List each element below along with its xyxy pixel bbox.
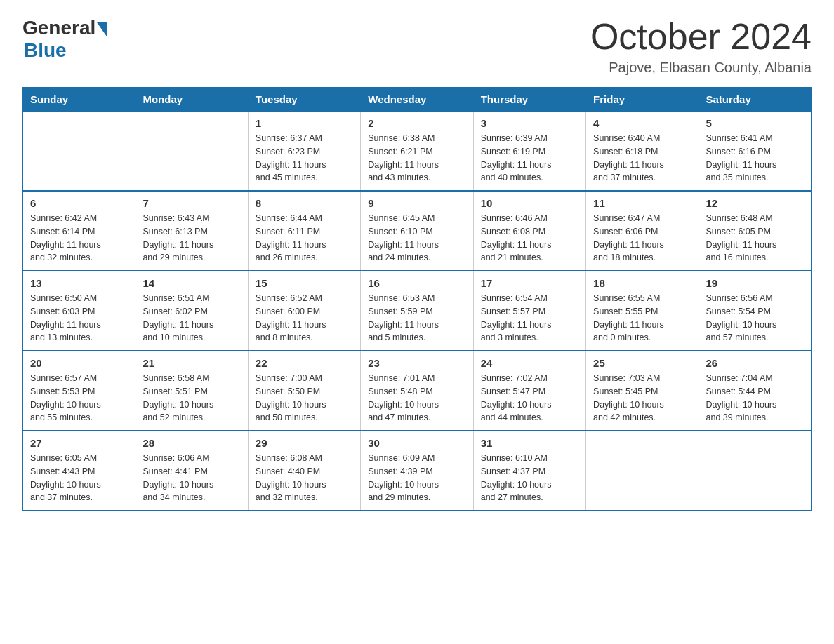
day-cell: 9Sunrise: 6:45 AM Sunset: 6:10 PM Daylig… [361,191,473,271]
day-cell: 16Sunrise: 6:53 AM Sunset: 5:59 PM Dayli… [361,271,473,351]
day-cell: 14Sunrise: 6:51 AM Sunset: 6:02 PM Dayli… [135,271,248,351]
calendar-header-row: SundayMondayTuesdayWednesdayThursdayFrid… [23,88,812,112]
day-number: 24 [481,357,578,369]
day-number: 21 [143,357,240,369]
week-row-3: 13Sunrise: 6:50 AM Sunset: 6:03 PM Dayli… [23,271,812,351]
week-row-1: 1Sunrise: 6:37 AM Sunset: 6:23 PM Daylig… [23,112,812,192]
day-cell [586,431,699,511]
day-info: Sunrise: 6:39 AM Sunset: 6:19 PM Dayligh… [481,132,578,185]
logo-blue: Blue [22,39,107,62]
day-cell: 30Sunrise: 6:09 AM Sunset: 4:39 PM Dayli… [361,431,473,511]
day-info: Sunrise: 6:06 AM Sunset: 4:41 PM Dayligh… [143,452,240,504]
column-header-wednesday: Wednesday [361,88,473,112]
day-cell: 12Sunrise: 6:48 AM Sunset: 6:05 PM Dayli… [699,191,811,271]
page-header: General Blue October 2024 Pajove, Elbasa… [22,17,812,76]
day-info: Sunrise: 6:40 AM Sunset: 6:18 PM Dayligh… [593,132,691,185]
day-number: 8 [256,197,353,209]
day-info: Sunrise: 6:50 AM Sunset: 6:03 PM Dayligh… [30,292,128,344]
week-row-5: 27Sunrise: 6:05 AM Sunset: 4:43 PM Dayli… [23,431,812,511]
day-number: 29 [256,437,353,449]
day-info: Sunrise: 6:51 AM Sunset: 6:02 PM Dayligh… [143,292,240,344]
day-info: Sunrise: 6:37 AM Sunset: 6:23 PM Dayligh… [256,132,353,185]
day-cell: 26Sunrise: 7:04 AM Sunset: 5:44 PM Dayli… [699,351,811,431]
day-cell [23,112,135,192]
day-info: Sunrise: 6:57 AM Sunset: 5:53 PM Dayligh… [30,372,128,424]
day-cell: 18Sunrise: 6:55 AM Sunset: 5:55 PM Dayli… [586,271,699,351]
day-number: 10 [481,197,578,209]
day-number: 20 [30,357,128,369]
day-number: 1 [256,117,353,129]
column-header-friday: Friday [586,88,699,112]
day-cell: 13Sunrise: 6:50 AM Sunset: 6:03 PM Dayli… [23,271,135,351]
column-header-monday: Monday [135,88,248,112]
day-info: Sunrise: 6:52 AM Sunset: 6:00 PM Dayligh… [256,292,353,344]
day-cell: 10Sunrise: 6:46 AM Sunset: 6:08 PM Dayli… [473,191,585,271]
day-number: 26 [706,357,804,369]
day-cell: 20Sunrise: 6:57 AM Sunset: 5:53 PM Dayli… [23,351,135,431]
logo-general: General [22,17,95,39]
day-cell: 4Sunrise: 6:40 AM Sunset: 6:18 PM Daylig… [586,112,699,192]
day-info: Sunrise: 6:53 AM Sunset: 5:59 PM Dayligh… [368,292,465,344]
day-cell: 1Sunrise: 6:37 AM Sunset: 6:23 PM Daylig… [248,112,360,192]
day-info: Sunrise: 6:46 AM Sunset: 6:08 PM Dayligh… [481,212,578,264]
day-number: 17 [481,277,578,289]
day-cell [135,112,248,192]
day-info: Sunrise: 6:44 AM Sunset: 6:11 PM Dayligh… [256,212,353,264]
day-cell: 31Sunrise: 6:10 AM Sunset: 4:37 PM Dayli… [473,431,585,511]
day-info: Sunrise: 6:05 AM Sunset: 4:43 PM Dayligh… [30,452,128,504]
day-info: Sunrise: 6:48 AM Sunset: 6:05 PM Dayligh… [706,212,804,264]
day-number: 4 [593,117,691,129]
day-info: Sunrise: 6:43 AM Sunset: 6:13 PM Dayligh… [143,212,240,264]
day-number: 27 [30,437,128,449]
day-cell: 2Sunrise: 6:38 AM Sunset: 6:21 PM Daylig… [361,112,473,192]
day-number: 22 [256,357,353,369]
day-info: Sunrise: 6:47 AM Sunset: 6:06 PM Dayligh… [593,212,691,264]
day-info: Sunrise: 6:09 AM Sunset: 4:39 PM Dayligh… [368,452,465,504]
day-info: Sunrise: 7:02 AM Sunset: 5:47 PM Dayligh… [481,372,578,424]
day-cell: 6Sunrise: 6:42 AM Sunset: 6:14 PM Daylig… [23,191,135,271]
day-cell: 7Sunrise: 6:43 AM Sunset: 6:13 PM Daylig… [135,191,248,271]
day-number: 11 [593,197,691,209]
day-number: 13 [30,277,128,289]
day-info: Sunrise: 7:04 AM Sunset: 5:44 PM Dayligh… [706,372,804,424]
day-number: 16 [368,277,465,289]
day-number: 18 [593,277,691,289]
day-info: Sunrise: 6:41 AM Sunset: 6:16 PM Dayligh… [706,132,804,185]
day-number: 3 [481,117,578,129]
day-number: 25 [593,357,691,369]
day-cell: 23Sunrise: 7:01 AM Sunset: 5:48 PM Dayli… [361,351,473,431]
logo: General Blue [22,17,107,62]
day-cell: 27Sunrise: 6:05 AM Sunset: 4:43 PM Dayli… [23,431,135,511]
day-cell: 28Sunrise: 6:06 AM Sunset: 4:41 PM Dayli… [135,431,248,511]
day-number: 30 [368,437,465,449]
day-info: Sunrise: 7:01 AM Sunset: 5:48 PM Dayligh… [368,372,465,424]
column-header-thursday: Thursday [473,88,585,112]
day-number: 5 [706,117,804,129]
day-info: Sunrise: 6:08 AM Sunset: 4:40 PM Dayligh… [256,452,353,504]
day-cell: 25Sunrise: 7:03 AM Sunset: 5:45 PM Dayli… [586,351,699,431]
day-cell: 21Sunrise: 6:58 AM Sunset: 5:51 PM Dayli… [135,351,248,431]
day-cell: 17Sunrise: 6:54 AM Sunset: 5:57 PM Dayli… [473,271,585,351]
day-number: 19 [706,277,804,289]
day-number: 23 [368,357,465,369]
day-info: Sunrise: 7:03 AM Sunset: 5:45 PM Dayligh… [593,372,691,424]
day-number: 14 [143,277,240,289]
day-cell: 15Sunrise: 6:52 AM Sunset: 6:00 PM Dayli… [248,271,360,351]
day-number: 6 [30,197,128,209]
calendar-title: October 2024 [590,17,812,57]
day-cell: 8Sunrise: 6:44 AM Sunset: 6:11 PM Daylig… [248,191,360,271]
day-cell: 24Sunrise: 7:02 AM Sunset: 5:47 PM Dayli… [473,351,585,431]
day-info: Sunrise: 7:00 AM Sunset: 5:50 PM Dayligh… [256,372,353,424]
column-header-tuesday: Tuesday [248,88,360,112]
day-number: 12 [706,197,804,209]
column-header-saturday: Saturday [699,88,811,112]
day-cell: 29Sunrise: 6:08 AM Sunset: 4:40 PM Dayli… [248,431,360,511]
day-cell [699,431,811,511]
title-block: October 2024 Pajove, Elbasan County, Alb… [590,17,812,76]
day-info: Sunrise: 6:10 AM Sunset: 4:37 PM Dayligh… [481,452,578,504]
calendar-subtitle: Pajove, Elbasan County, Albania [590,60,812,76]
day-info: Sunrise: 6:55 AM Sunset: 5:55 PM Dayligh… [593,292,691,344]
day-number: 7 [143,197,240,209]
day-number: 28 [143,437,240,449]
logo-triangle-icon [97,22,107,36]
